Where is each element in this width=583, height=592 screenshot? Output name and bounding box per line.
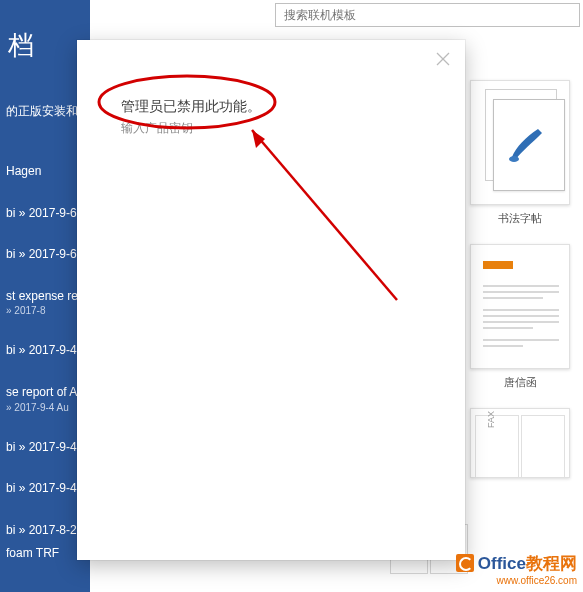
template-label: 唐信函 xyxy=(470,375,570,390)
watermark: Office教程网 www.office26.com xyxy=(456,552,577,586)
close-button[interactable] xyxy=(435,52,451,68)
fax-label: FAX xyxy=(486,411,496,428)
template-label: 书法字帖 xyxy=(470,211,570,226)
templates-column: 书法字帖 唐信函 FAX xyxy=(465,80,575,488)
watermark-logo-icon xyxy=(456,554,474,572)
watermark-brand-prefix: Office xyxy=(478,554,526,573)
dialog-subtext: 输入产品密钥 xyxy=(121,120,193,137)
dialog-message: 管理员已禁用此功能。 xyxy=(121,98,261,116)
template-card-letter[interactable]: 唐信函 xyxy=(470,244,570,390)
template-thumbnail xyxy=(470,244,570,369)
template-search-input[interactable] xyxy=(275,3,580,27)
template-thumbnail: FAX xyxy=(470,408,570,478)
template-card-fax[interactable]: FAX xyxy=(470,408,570,478)
brush-icon xyxy=(506,121,550,165)
activation-dialog: 管理员已禁用此功能。 输入产品密钥 xyxy=(77,40,465,560)
watermark-url: www.office26.com xyxy=(456,575,577,586)
close-icon xyxy=(436,52,450,66)
watermark-brand-suffix: 教程网 xyxy=(526,554,577,573)
template-card-calligraphy[interactable]: 书法字帖 xyxy=(470,80,570,226)
template-thumbnail xyxy=(470,80,570,205)
svg-point-0 xyxy=(509,156,519,162)
